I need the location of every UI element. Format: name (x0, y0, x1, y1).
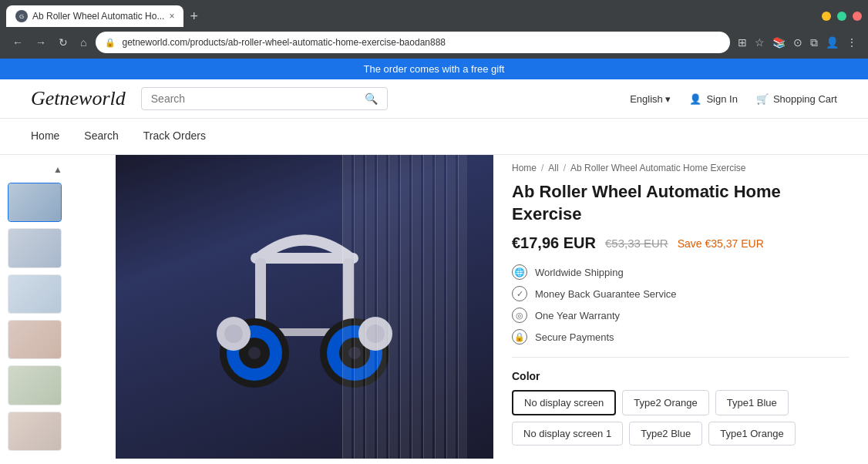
feature-money-back: ✓ Money Back Guarantee Service (512, 286, 849, 301)
warranty-icon: ◎ (512, 308, 527, 323)
checkmark-icon: ✓ (512, 286, 527, 301)
color-option-type2-orange[interactable]: Type2 Orange (622, 390, 708, 415)
thumbnail-up-button[interactable]: ▲ (8, 163, 108, 177)
color-options: No display screen Type2 Orange Type1 Blu… (512, 390, 849, 446)
browser-chrome: G Ab Roller Wheel Automatic Ho... × + ← … (0, 0, 868, 59)
thumbnail-3[interactable] (8, 274, 62, 314)
reload-button[interactable]: ↻ (56, 35, 71, 50)
person-icon: 👤 (689, 93, 701, 105)
main-content: ▲ (0, 155, 868, 459)
price-original: €53,33 EUR (605, 237, 668, 250)
color-option-no-display[interactable]: No display screen (512, 390, 616, 415)
site-navigation: Home Search Track Orders (0, 119, 868, 155)
back-button[interactable]: ← (9, 35, 26, 50)
svg-point-7 (248, 347, 261, 359)
color-option-type1-blue[interactable]: Type1 Blue (715, 390, 789, 415)
thumbnail-5[interactable] (8, 365, 62, 405)
site-header: Getneworld 🔍 English ▾ 👤 Sign In 🛒 Shopp… (0, 79, 868, 119)
address-bar: ← → ↻ ⌂ 🔒 getneworld.com/products/ab-rol… (0, 28, 868, 59)
search-input[interactable] (151, 92, 358, 105)
browser-toolbar: ⊞ ☆ 📚 ⊙ ⧉ 👤 ⋮ (736, 35, 859, 51)
svg-point-13 (224, 324, 243, 343)
feature-shipping-label: Worldwide Shipping (535, 267, 624, 278)
color-option-type1-orange[interactable]: Type1 Orange (708, 422, 795, 446)
feature-secure-payments: 🔒 Secure Payments (512, 329, 849, 345)
thumbnail-2[interactable] (8, 228, 62, 267)
promo-bar: The order comes with a free gift (0, 59, 868, 79)
feature-warranty: ◎ One Year Warranty (512, 308, 849, 323)
favorites-icon[interactable]: ☆ (753, 35, 766, 51)
minimize-button[interactable] (822, 12, 831, 21)
tab-title: Ab Roller Wheel Automatic Ho... (32, 11, 164, 22)
color-section: Color No display screen Type2 Orange Typ… (512, 370, 849, 446)
price-save: Save €35,37 EUR (678, 237, 764, 250)
thumbnail-4[interactable] (8, 320, 62, 359)
feature-worldwide-shipping: 🌐 Worldwide Shipping (512, 264, 849, 280)
promo-text: The order comes with a free gift (364, 63, 505, 75)
tabs-icon[interactable]: ⧉ (809, 35, 819, 51)
price-row: €17,96 EUR €53,33 EUR Save €35,37 EUR (512, 234, 849, 252)
thumbnail-6[interactable] (8, 412, 62, 451)
breadcrumb-current: Ab Roller Wheel Automatic Home Exercise (570, 163, 745, 173)
shopping-cart-button[interactable]: 🛒 Shopping Cart (756, 93, 837, 105)
profile-icon[interactable]: 👤 (824, 35, 840, 51)
blinds-decoration (342, 155, 493, 459)
breadcrumb-all[interactable]: All (548, 163, 558, 173)
color-label: Color (512, 370, 849, 382)
color-option-type2-blue[interactable]: Type2 Blue (629, 422, 702, 446)
lock-icon: 🔒 (512, 329, 527, 345)
feature-moneyback-label: Money Back Guarantee Service (535, 288, 677, 300)
url-text: getneworld.com/products/ab-roller-wheel-… (122, 37, 721, 48)
breadcrumb-sep-1: / (541, 163, 543, 173)
breadcrumb-sep-2: / (564, 163, 566, 173)
search-icon[interactable]: 🔍 (365, 92, 378, 105)
thumbnail-1[interactable] (8, 183, 62, 222)
tab-bar: G Ab Roller Wheel Automatic Ho... × + (0, 0, 868, 28)
sign-in-button[interactable]: 👤 Sign In (689, 93, 737, 105)
nav-track-orders[interactable]: Track Orders (143, 119, 206, 154)
extensions-icon[interactable]: ⊞ (736, 35, 749, 51)
site-logo[interactable]: Getneworld (31, 87, 126, 110)
price-current: €17,96 EUR (512, 234, 596, 252)
window-controls (822, 12, 862, 21)
new-tab-button[interactable]: + (187, 8, 201, 25)
nav-search[interactable]: Search (84, 119, 118, 154)
collections-icon[interactable]: 📚 (771, 35, 787, 51)
url-bar[interactable]: 🔒 getneworld.com/products/ab-roller-whee… (96, 32, 730, 53)
feature-secure-label: Secure Payments (535, 331, 614, 343)
forward-button[interactable]: → (32, 35, 49, 50)
product-main-image (116, 155, 493, 459)
product-features: 🌐 Worldwide Shipping ✓ Money Back Guaran… (512, 264, 849, 358)
account-icon[interactable]: ⊙ (792, 35, 804, 51)
maximize-button[interactable] (837, 12, 846, 21)
search-bar-container: 🔍 (141, 87, 388, 110)
tab-close-button[interactable]: × (169, 11, 174, 22)
product-title: Ab Roller Wheel Automatic Home Exercise (512, 181, 849, 225)
active-tab[interactable]: G Ab Roller Wheel Automatic Ho... × (6, 5, 183, 27)
product-details: Home / All / Ab Roller Wheel Automatic H… (493, 155, 868, 459)
home-button[interactable]: ⌂ (77, 35, 89, 50)
sign-in-label: Sign In (706, 93, 737, 105)
color-option-no-display-1[interactable]: No display screen 1 (512, 422, 623, 446)
menu-icon[interactable]: ⋮ (845, 35, 859, 51)
cart-label: Shopping Cart (773, 93, 837, 105)
breadcrumb: Home / All / Ab Roller Wheel Automatic H… (512, 163, 849, 173)
close-button[interactable] (853, 12, 862, 21)
breadcrumb-home[interactable]: Home (512, 163, 537, 173)
nav-home[interactable]: Home (31, 119, 59, 154)
globe-icon: 🌐 (512, 264, 527, 280)
cart-icon: 🛒 (756, 93, 769, 105)
tab-favicon: G (15, 10, 28, 22)
thumbnail-sidebar: ▲ (0, 155, 116, 459)
ssl-lock-icon: 🔒 (105, 38, 116, 48)
header-actions: English ▾ 👤 Sign In 🛒 Shopping Cart (630, 93, 837, 105)
language-selector[interactable]: English ▾ (630, 93, 671, 105)
feature-warranty-label: One Year Warranty (535, 310, 620, 321)
